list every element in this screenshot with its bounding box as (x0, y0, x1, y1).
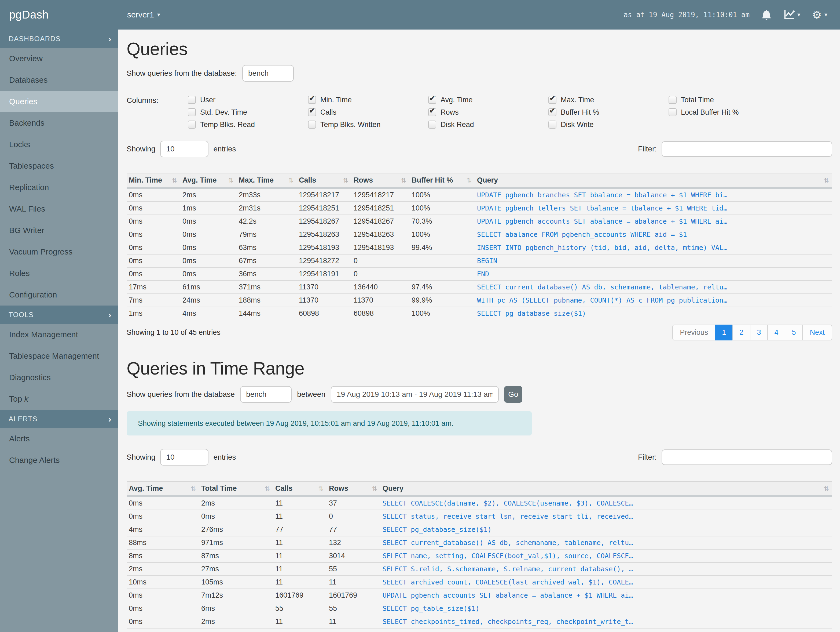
sidebar-section-dashboards[interactable]: DASHBOARDS › (0, 30, 118, 48)
sidebar-item-roles[interactable]: Roles (0, 263, 118, 284)
checkbox-rows[interactable]: ✔ (428, 108, 436, 116)
checkbox-temp-blks-written[interactable] (308, 120, 316, 128)
query-link[interactable]: SELECT pg_database_size($1) (477, 310, 586, 317)
entries-label: entries (213, 453, 236, 461)
col-header-total-time[interactable]: Total Time⇅ (199, 482, 273, 496)
sidebar-item-replication[interactable]: Replication (0, 177, 118, 198)
query-link[interactable]: SELECT archived_count, COALESCE(last_arc… (382, 578, 633, 586)
sidebar-item-change-alerts[interactable]: Change Alerts (0, 450, 118, 471)
pagination-page-3[interactable]: 3 (750, 325, 768, 341)
entries-count-input-2[interactable] (160, 449, 208, 466)
sidebar-item-alerts[interactable]: Alerts (0, 428, 118, 450)
database-label: Show queries from the database (126, 390, 235, 399)
sidebar-item-diagnostics[interactable]: Diagnostics (0, 367, 118, 388)
pagination-next[interactable]: Next (802, 325, 832, 341)
col-header-buffer-hit[interactable]: Buffer Hit %⇅ (409, 173, 475, 188)
sidebar-item-bg-writer[interactable]: BG Writer (0, 220, 118, 241)
sidebar-item-queries[interactable]: Queries (0, 91, 118, 112)
query-link[interactable]: INSERT INTO pgbench_history (tid, bid, a… (477, 244, 727, 252)
sidebar-item-configuration[interactable]: Configuration (0, 284, 118, 306)
col-header-calls[interactable]: Calls⇅ (273, 482, 327, 496)
sidebar-item-overview[interactable]: Overview (0, 48, 118, 69)
query-link[interactable]: END (477, 270, 489, 278)
checkbox-calls[interactable]: ✔ (308, 108, 316, 116)
pagination-page-1[interactable]: 1 (715, 325, 733, 341)
sidebar-item-databases[interactable]: Databases (0, 69, 118, 91)
sidebar-item-index-management[interactable]: Index Management (0, 324, 118, 345)
table-row: 0ms2ms1137SELECT COALESCE(datname, $2), … (126, 496, 832, 510)
database-input-time-range[interactable] (240, 386, 292, 403)
date-range-input[interactable] (331, 386, 499, 403)
settings-dropdown[interactable]: ⚙ ▾ (812, 10, 827, 20)
pagination-page-4[interactable]: 4 (767, 325, 785, 341)
sidebar-item-tablespaces[interactable]: Tablespaces (0, 155, 118, 177)
database-input[interactable] (242, 65, 294, 82)
col-header-query[interactable]: Query⇅ (475, 173, 832, 188)
checkbox-min-time[interactable]: ✔ (308, 96, 316, 104)
col-header-rows[interactable]: Rows⇅ (327, 482, 381, 496)
server-name: server1 (127, 10, 154, 19)
query-link[interactable]: UPDATE pgbench_accounts SET abalance = a… (382, 591, 633, 599)
entries-count-input[interactable] (160, 141, 208, 157)
query-link[interactable]: SELECT COALESCE(datname, $2), COALESCE(u… (382, 499, 633, 507)
query-link[interactable]: SELECT pg_table_size($1) (382, 605, 479, 612)
sort-icon: ⇅ (172, 177, 178, 184)
pagination-previous[interactable]: Previous (672, 325, 715, 341)
checkbox-local-buffer-hit[interactable] (669, 108, 677, 116)
pagination-page-2[interactable]: 2 (733, 325, 750, 341)
sidebar-item-locks[interactable]: Locks (0, 134, 118, 155)
query-link[interactable]: SELECT name, setting, COALESCE(boot_val,… (382, 552, 633, 560)
query-link[interactable]: BEGIN (477, 257, 497, 265)
checkbox-buffer-hit[interactable]: ✔ (548, 108, 556, 116)
table-row: 4ms276ms7777SELECT pg_database_size($1) (126, 523, 832, 536)
pagination-page-5[interactable]: 5 (785, 325, 803, 341)
sidebar-section-tools[interactable]: TOOLS › (0, 306, 118, 324)
checkbox-temp-blks-read[interactable] (188, 120, 196, 128)
go-button[interactable]: Go (504, 386, 523, 403)
charts-dropdown[interactable]: ▾ (783, 10, 800, 20)
query-link[interactable]: SELECT pg_database_size($1) (382, 526, 491, 534)
sidebar-item-backends[interactable]: Backends (0, 112, 118, 134)
query-link[interactable]: UPDATE pgbench_branches SET bbalance = b… (477, 191, 727, 199)
query-link[interactable]: WITH pc AS (SELECT pubname, COUNT(*) AS … (477, 296, 727, 304)
col-header-rows[interactable]: Rows⇅ (351, 173, 409, 188)
filter-input-2[interactable] (662, 450, 832, 465)
gear-icon: ⚙ (812, 10, 822, 20)
server-dropdown[interactable]: server1 ▾ (127, 10, 160, 19)
query-link[interactable]: SELECT current_database() AS db, scheman… (477, 283, 727, 291)
checkbox-std-dev-time[interactable] (188, 108, 196, 116)
filter-input[interactable] (662, 141, 832, 157)
query-link[interactable]: SELECT checkpoints_timed, checkpoints_re… (382, 618, 633, 626)
col-header-query[interactable]: Query⇅ (381, 482, 832, 496)
col-header-avg-time[interactable]: Avg. Time⇅ (180, 173, 237, 188)
col-header-max-time[interactable]: Max. Time⇅ (237, 173, 297, 188)
query-link[interactable]: UPDATE pgbench_tellers SET tbalance = tb… (477, 204, 727, 212)
col-header-avg-time[interactable]: Avg. Time⇅ (126, 482, 199, 496)
checkbox-total-time[interactable] (669, 96, 677, 104)
checkbox-user[interactable] (188, 96, 196, 104)
query-link[interactable]: SELECT S.relid, S.schemaname, S.relname,… (382, 565, 633, 573)
topbar-right: as at 19 Aug 2019, 11:10:01 am ▾ ⚙ ▾ (624, 9, 840, 21)
checkbox-avg-time[interactable]: ✔ (428, 96, 436, 104)
table-row: 88ms971ms11132SELECT current_database() … (126, 536, 832, 549)
sidebar-item-top-k[interactable]: Topk (0, 388, 118, 410)
sidebar-item-vacuum-progress[interactable]: Vacuum Progress (0, 241, 118, 263)
query-link[interactable]: SELECT status, receive_start_lsn, receiv… (382, 513, 633, 520)
notifications-button[interactable] (761, 9, 772, 21)
checkbox-disk-write[interactable] (548, 120, 556, 128)
table-row: 0ms0ms110SELECT status, receive_start_ls… (126, 510, 832, 523)
checkbox-max-time[interactable]: ✔ (548, 96, 556, 104)
columns-label: Columns: (126, 95, 188, 129)
query-link[interactable]: UPDATE pgbench_accounts SET abalance = a… (477, 217, 727, 225)
sort-icon: ⇅ (343, 177, 349, 184)
col-header-calls[interactable]: Calls⇅ (297, 173, 351, 188)
col-header-min-time[interactable]: Min. Time⇅ (126, 173, 180, 188)
checkbox-disk-read[interactable] (428, 120, 436, 128)
brand-logo: pgDash (0, 8, 118, 21)
sidebar-item-wal-files[interactable]: WAL Files (0, 198, 118, 220)
query-link[interactable]: SELECT abalance FROM pgbench_accounts WH… (477, 231, 687, 238)
sort-icon: ⇅ (824, 177, 830, 184)
query-link[interactable]: SELECT current_database() AS db, scheman… (382, 539, 633, 546)
sidebar-section-alerts[interactable]: ALERTS › (0, 410, 118, 428)
sidebar-item-tablespace-management[interactable]: Tablespace Management (0, 345, 118, 367)
